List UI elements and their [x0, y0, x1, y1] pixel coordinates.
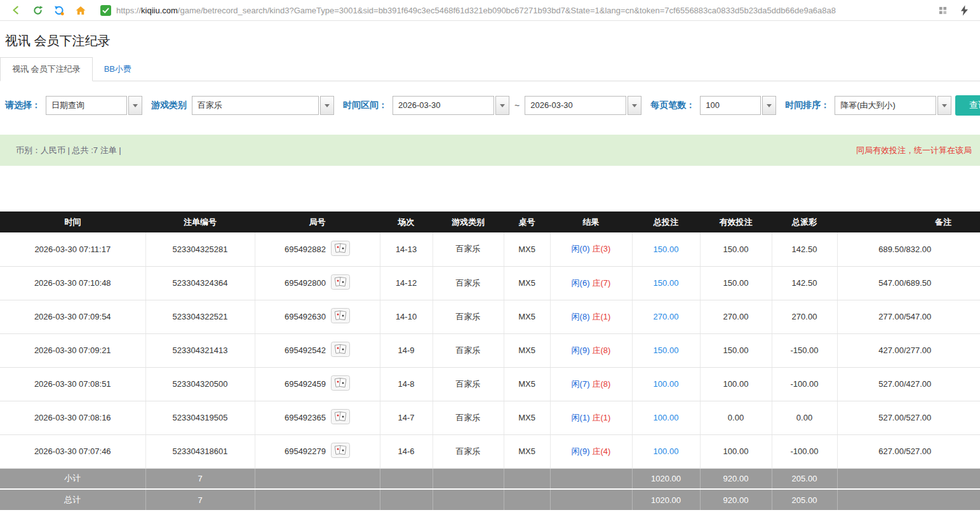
total-bet-link[interactable]: 100.00: [654, 446, 679, 456]
search-button[interactable]: 查询: [955, 95, 980, 116]
game-type-value[interactable]: 百家乐: [192, 96, 319, 115]
chevron-down-icon: [632, 104, 637, 107]
banker-result: 庄(3): [593, 244, 611, 253]
notice-text: 同局有效投注，统一计算在该局: [856, 145, 972, 156]
browser-toolbar: https://kiqiiu.com/game/betrecord_search…: [0, 0, 980, 21]
cell-time: 2026-03-30 07:07:46: [0, 434, 145, 468]
date-from-value[interactable]: 2026-03-30: [393, 96, 494, 115]
tab-bb-tip[interactable]: BB小费: [93, 58, 143, 81]
cell-result: 闲(0)庄(3): [550, 232, 632, 266]
summary-bar: 币别：人民币 | 总共 :7 注单 | 同局有效投注，统一计算在该局: [0, 135, 980, 166]
cell-total-bet: 150.00: [632, 333, 700, 367]
lightning-icon[interactable]: [957, 3, 971, 17]
cell-game-type: 百家乐: [433, 434, 504, 468]
game-type-label: 游戏类别: [151, 100, 187, 111]
total-bet-link[interactable]: 270.00: [654, 312, 679, 321]
cell-round: 695492882: [255, 232, 380, 266]
sort-dropdown-arrow[interactable]: [937, 96, 951, 115]
date-from-dropdown-arrow[interactable]: [495, 96, 509, 115]
filter-bar: 请选择： 日期查询 游戏类别 百家乐 时间区间： 2026-03-30 ~ 20…: [5, 95, 980, 116]
banker-result: 庄(1): [593, 312, 611, 321]
cell-time: 2026-03-30 07:10:48: [0, 266, 145, 300]
replay-cards-icon[interactable]: [331, 308, 350, 325]
cell-game-type: 百家乐: [433, 367, 504, 401]
cell-round: 695492459: [255, 367, 380, 401]
extensions-icon[interactable]: [936, 3, 950, 17]
total-empty-cell: [380, 489, 433, 510]
total-bet-link[interactable]: 100.00: [654, 413, 679, 422]
cell-round: 695492630: [255, 300, 380, 333]
subtotal-empty-cell: [504, 468, 550, 489]
cell-session: 14-13: [380, 232, 433, 266]
query-type-dropdown-arrow[interactable]: [128, 96, 142, 115]
cell-valid-bet: 100.00: [700, 434, 772, 468]
date-to-dropdown-arrow[interactable]: [628, 96, 641, 115]
total-bet-link[interactable]: 150.00: [654, 245, 679, 254]
replay-cards-icon[interactable]: [331, 409, 350, 426]
replay-cards-icon[interactable]: [331, 274, 350, 292]
total-bet-link[interactable]: 100.00: [654, 379, 679, 389]
table-row: 2026-03-30 07:08:51523304320500695492459…: [0, 367, 980, 401]
query-type-value[interactable]: 日期查询: [46, 96, 127, 115]
col-header-8: 总投注: [632, 211, 700, 232]
refresh-icon[interactable]: [30, 3, 44, 17]
replay-cards-icon[interactable]: [331, 241, 350, 258]
table-row: 2026-03-30 07:10:48523304324364695492800…: [0, 266, 980, 300]
query-type-select[interactable]: 日期查询: [46, 96, 142, 115]
cell-game-type: 百家乐: [433, 232, 504, 266]
cell-payout: 270.00: [772, 300, 837, 333]
round-number: 695492630: [285, 312, 326, 321]
banker-result: 庄(4): [593, 446, 611, 456]
page-size-value[interactable]: 100: [700, 96, 761, 115]
sort-value[interactable]: 降幂(由大到小): [835, 96, 936, 115]
col-header-9: 有效投注: [700, 211, 772, 232]
address-bar[interactable]: https://kiqiiu.com/game/betrecord_search…: [100, 5, 932, 16]
replay-cards-icon[interactable]: [331, 342, 350, 359]
cell-game-type: 百家乐: [433, 401, 504, 434]
date-from-select[interactable]: 2026-03-30: [393, 96, 509, 115]
back-icon[interactable]: [9, 3, 23, 17]
cell-time: 2026-03-30 07:09:54: [0, 300, 145, 333]
total-bet-link[interactable]: 150.00: [654, 346, 679, 355]
chevron-down-icon: [133, 104, 138, 107]
cell-valid-bet: 270.00: [700, 300, 772, 333]
cell-result: 闲(6)庄(7): [550, 266, 632, 300]
game-type-dropdown-arrow[interactable]: [320, 96, 334, 115]
total-label: 总计: [0, 489, 145, 510]
table-row: 2026-03-30 07:08:16523304319505695492365…: [0, 401, 980, 434]
sort-select[interactable]: 降幂(由大到小): [835, 96, 951, 115]
tab-bet-records[interactable]: 视讯 会员下注纪录: [0, 57, 93, 81]
date-to-select[interactable]: 2026-03-30: [525, 96, 641, 115]
home-icon[interactable]: [74, 3, 88, 17]
undo-icon[interactable]: [52, 3, 66, 17]
subtotal-empty-cell: [433, 468, 504, 489]
cell-payout: 142.50: [772, 232, 837, 266]
game-type-select[interactable]: 百家乐: [192, 96, 334, 115]
cell-total-bet: 100.00: [632, 434, 700, 468]
total-bet-link[interactable]: 150.00: [654, 278, 679, 288]
col-header-4: 场次: [380, 211, 433, 232]
banker-result: 庄(1): [593, 413, 611, 422]
page-size-dropdown-arrow[interactable]: [762, 96, 776, 115]
cell-valid-bet: 150.00: [700, 333, 772, 367]
col-header-10: 总派彩: [772, 211, 837, 232]
cell-bet-id: 523304320500: [145, 367, 255, 401]
replay-cards-icon[interactable]: [331, 375, 350, 393]
cell-bet-id: 523304322521: [145, 300, 255, 333]
cell-payout: 0.00: [772, 401, 837, 434]
url-path: /game/betrecord_search/kind3?GameType=30…: [178, 6, 836, 15]
cell-note: 427.00/277.00: [837, 333, 980, 367]
date-to-value[interactable]: 2026-03-30: [525, 96, 626, 115]
cell-total-bet: 270.00: [632, 300, 700, 333]
subtotal-payout: 205.00: [772, 468, 837, 489]
cell-game-type: 百家乐: [433, 333, 504, 367]
page-size-select[interactable]: 100: [700, 96, 776, 115]
chevron-down-icon: [942, 104, 947, 107]
security-shield-icon[interactable]: [100, 5, 111, 16]
replay-cards-icon[interactable]: [331, 443, 350, 460]
summary-text: 币别：人民币 | 总共 :7 注单 |: [16, 145, 121, 156]
subtotal-empty-cell: [380, 468, 433, 489]
cell-result: 闲(1)庄(1): [550, 401, 632, 434]
cell-note: 527.00/427.00: [837, 367, 980, 401]
url-scheme: https://: [116, 6, 141, 15]
